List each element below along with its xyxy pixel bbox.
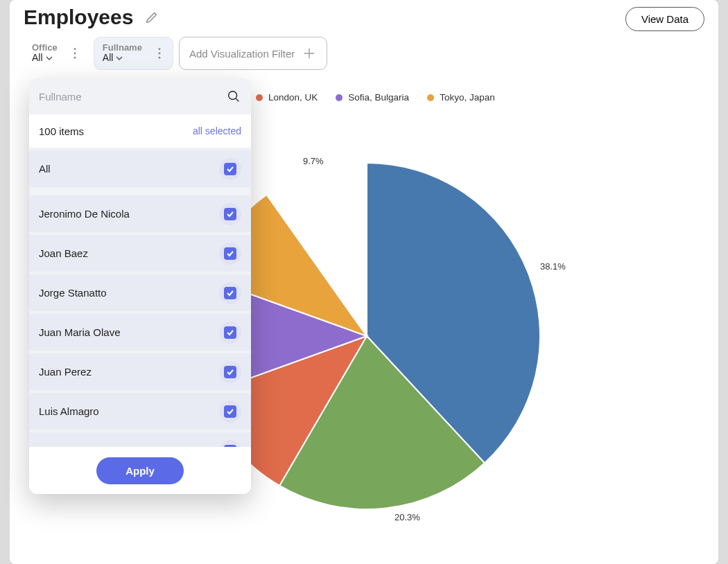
svg-point-1 [73,53,76,55]
dropdown-item-label: Jorge Stanatto [39,287,107,299]
slice-label: 9.7% [303,156,324,166]
chevron-down-icon [46,55,53,62]
dropdown-item-label: All [39,163,51,175]
checkbox[interactable] [219,203,241,225]
filter-chip-fullname[interactable]: Fullname All [94,37,173,70]
fullname-dropdown: Fullname 100 items all selected AllJeron… [29,78,251,494]
filter-office-label: Office [32,43,58,53]
legend-label: Tokyo, Japan [440,92,495,103]
chart-legend: London, UKSofia, BulgariaTokyo, Japan [256,92,495,103]
checkbox[interactable] [219,400,241,423]
add-filter-label: Add Visualization Filter [189,48,295,60]
filter-fullname-label: Fullname [103,43,142,53]
edit-icon[interactable] [144,10,159,25]
dropdown-item[interactable]: Joan Baez [29,235,251,272]
legend-swatch [336,94,343,101]
filter-fullname-value: All [103,53,114,63]
dropdown-item[interactable]: Juan Perez [29,353,251,390]
view-data-button[interactable]: View Data [625,7,704,31]
dropdown-item-label: Jeronimo De Nicola [39,208,130,220]
legend-label: London, UK [268,92,318,103]
dropdown-count: 100 items [39,125,84,137]
slice-label: 38.1% [540,261,566,272]
dropdown-item-all[interactable]: All [29,150,251,187]
checkbox[interactable] [219,361,241,383]
checkbox[interactable] [219,158,241,180]
dropdown-item-label: Juan Maria Olave [39,326,121,338]
plus-icon [302,46,317,61]
checkbox[interactable] [219,282,241,304]
legend-swatch [256,94,263,101]
page-title: Employees [24,6,133,29]
svg-point-6 [229,91,237,100]
checkbox[interactable] [219,321,241,344]
dropdown-item[interactable]: Jeronimo De Nicola [29,195,251,232]
checkbox[interactable] [219,243,241,265]
dropdown-item[interactable]: Luis Almagro [29,393,251,430]
search-icon[interactable] [226,89,241,104]
dropdown-all-selected[interactable]: all selected [193,125,241,136]
legend-label: Sofia, Bulgaria [348,92,409,103]
legend-swatch [427,94,434,101]
checkbox[interactable] [219,440,241,448]
add-filter-button[interactable]: Add Visualization Filter [179,37,327,70]
filter-chip-office[interactable]: Office All [24,37,88,70]
dropdown-item-label: Joan Baez [39,247,88,259]
dropdown-item-label: Juan Perez [39,366,92,378]
svg-point-5 [158,57,160,59]
svg-point-0 [73,48,76,50]
svg-point-2 [73,57,76,59]
chevron-down-icon [116,55,123,62]
legend-item[interactable]: Sofia, Bulgaria [336,92,409,103]
filter-office-menu[interactable] [70,47,80,60]
dropdown-item[interactable]: Nicolas Favarelli [29,432,251,447]
dropdown-item[interactable]: Jorge Stanatto [29,274,251,311]
apply-button[interactable]: Apply [96,457,184,484]
legend-item[interactable]: London, UK [256,92,318,103]
slice-label: 20.3% [395,512,420,522]
filter-office-value: All [32,53,43,63]
svg-point-4 [158,53,160,55]
dropdown-item-label: Luis Almagro [39,405,99,417]
dropdown-item[interactable]: Juan Maria Olave [29,314,251,351]
filter-fullname-menu[interactable] [155,47,164,60]
dropdown-title: Fullname [39,91,82,103]
svg-point-3 [158,48,160,50]
legend-item[interactable]: Tokyo, Japan [427,92,495,103]
